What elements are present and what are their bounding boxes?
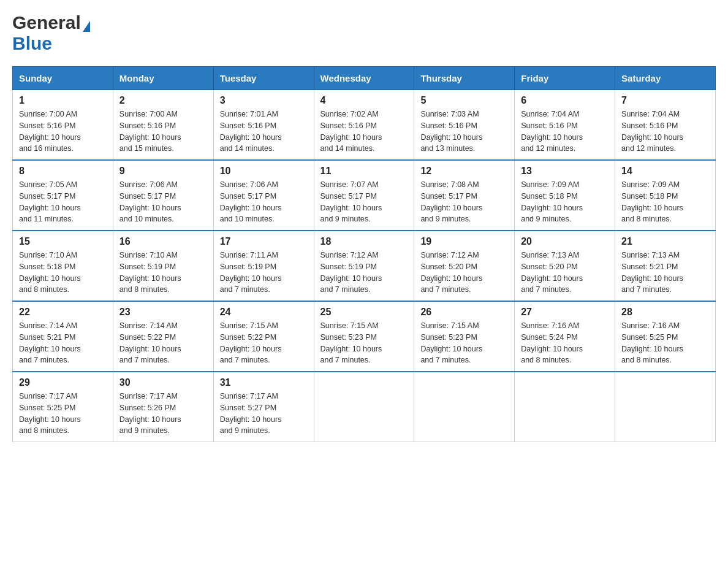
calendar-day-cell: 8 Sunrise: 7:05 AMSunset: 5:17 PMDayligh… [13,160,113,231]
day-number: 30 [119,377,207,388]
day-number: 5 [420,95,508,106]
day-info: Sunrise: 7:09 AMSunset: 5:18 PMDaylight:… [621,180,683,223]
calendar-day-cell: 9 Sunrise: 7:06 AMSunset: 5:17 PMDayligh… [113,160,213,231]
calendar-day-cell: 18 Sunrise: 7:12 AMSunset: 5:19 PMDaylig… [314,231,414,301]
weekday-header-tuesday: Tuesday [213,67,314,90]
day-number: 27 [521,307,609,318]
calendar-week-row: 1 Sunrise: 7:00 AMSunset: 5:16 PMDayligh… [13,90,716,161]
calendar-day-cell: 11 Sunrise: 7:07 AMSunset: 5:17 PMDaylig… [314,160,414,231]
day-number: 13 [521,166,609,177]
weekday-header-sunday: Sunday [13,67,113,90]
weekday-header-monday: Monday [113,67,213,90]
calendar-day-cell [414,372,515,442]
calendar-day-cell: 6 Sunrise: 7:04 AMSunset: 5:16 PMDayligh… [515,90,615,161]
day-info: Sunrise: 7:15 AMSunset: 5:23 PMDaylight:… [420,321,482,364]
calendar-day-cell: 16 Sunrise: 7:10 AMSunset: 5:19 PMDaylig… [113,231,213,301]
calendar-day-cell: 14 Sunrise: 7:09 AMSunset: 5:18 PMDaylig… [615,160,716,231]
day-info: Sunrise: 7:04 AMSunset: 5:16 PMDaylight:… [621,110,683,153]
calendar-day-cell: 24 Sunrise: 7:15 AMSunset: 5:22 PMDaylig… [213,301,314,372]
day-number: 7 [621,95,709,106]
day-info: Sunrise: 7:08 AMSunset: 5:17 PMDaylight:… [420,180,482,223]
day-number: 18 [320,236,408,247]
calendar-day-cell: 30 Sunrise: 7:17 AMSunset: 5:26 PMDaylig… [113,372,213,442]
day-info: Sunrise: 7:12 AMSunset: 5:19 PMDaylight:… [320,251,382,294]
calendar-day-cell: 15 Sunrise: 7:10 AMSunset: 5:18 PMDaylig… [13,231,113,301]
day-info: Sunrise: 7:07 AMSunset: 5:17 PMDaylight:… [320,180,382,223]
calendar-day-cell: 28 Sunrise: 7:16 AMSunset: 5:25 PMDaylig… [615,301,716,372]
calendar-day-cell: 5 Sunrise: 7:03 AMSunset: 5:16 PMDayligh… [414,90,515,161]
day-number: 2 [119,95,207,106]
calendar-week-row: 8 Sunrise: 7:05 AMSunset: 5:17 PMDayligh… [13,160,716,231]
day-info: Sunrise: 7:09 AMSunset: 5:18 PMDaylight:… [521,180,583,223]
day-number: 26 [420,307,508,318]
weekday-header-saturday: Saturday [615,67,716,90]
day-info: Sunrise: 7:00 AMSunset: 5:16 PMDaylight:… [19,110,81,153]
day-info: Sunrise: 7:02 AMSunset: 5:16 PMDaylight:… [320,110,382,153]
day-info: Sunrise: 7:06 AMSunset: 5:17 PMDaylight:… [220,180,282,223]
calendar-day-cell [515,372,615,442]
day-info: Sunrise: 7:06 AMSunset: 5:17 PMDaylight:… [119,180,181,223]
day-number: 10 [220,166,308,177]
weekday-header-wednesday: Wednesday [314,67,414,90]
day-number: 16 [119,236,207,247]
calendar-day-cell: 26 Sunrise: 7:15 AMSunset: 5:23 PMDaylig… [414,301,515,372]
day-number: 22 [19,307,107,318]
calendar-day-cell [314,372,414,442]
day-number: 20 [521,236,609,247]
day-info: Sunrise: 7:13 AMSunset: 5:20 PMDaylight:… [521,251,583,294]
calendar-day-cell: 1 Sunrise: 7:00 AMSunset: 5:16 PMDayligh… [13,90,113,161]
calendar-day-cell: 7 Sunrise: 7:04 AMSunset: 5:16 PMDayligh… [615,90,716,161]
weekday-header-row: SundayMondayTuesdayWednesdayThursdayFrid… [13,67,716,90]
weekday-header-thursday: Thursday [414,67,515,90]
calendar-day-cell: 2 Sunrise: 7:00 AMSunset: 5:16 PMDayligh… [113,90,213,161]
day-number: 25 [320,307,408,318]
day-info: Sunrise: 7:16 AMSunset: 5:25 PMDaylight:… [621,321,683,364]
logo: General Blue [12,12,90,54]
day-info: Sunrise: 7:17 AMSunset: 5:25 PMDaylight:… [19,392,81,435]
calendar-week-row: 15 Sunrise: 7:10 AMSunset: 5:18 PMDaylig… [13,231,716,301]
day-info: Sunrise: 7:10 AMSunset: 5:19 PMDaylight:… [119,251,181,294]
calendar-day-cell: 29 Sunrise: 7:17 AMSunset: 5:25 PMDaylig… [13,372,113,442]
day-number: 12 [420,166,508,177]
calendar-week-row: 22 Sunrise: 7:14 AMSunset: 5:21 PMDaylig… [13,301,716,372]
calendar-day-cell: 20 Sunrise: 7:13 AMSunset: 5:20 PMDaylig… [515,231,615,301]
day-number: 31 [220,377,308,388]
day-number: 6 [521,95,609,106]
day-number: 23 [119,307,207,318]
day-number: 1 [19,95,107,106]
logo-blue-text: Blue [12,33,52,54]
calendar-day-cell: 27 Sunrise: 7:16 AMSunset: 5:24 PMDaylig… [515,301,615,372]
day-info: Sunrise: 7:04 AMSunset: 5:16 PMDaylight:… [521,110,583,153]
day-info: Sunrise: 7:15 AMSunset: 5:22 PMDaylight:… [220,321,282,364]
day-info: Sunrise: 7:12 AMSunset: 5:20 PMDaylight:… [420,251,482,294]
day-info: Sunrise: 7:14 AMSunset: 5:22 PMDaylight:… [119,321,181,364]
calendar-day-cell: 19 Sunrise: 7:12 AMSunset: 5:20 PMDaylig… [414,231,515,301]
day-info: Sunrise: 7:11 AMSunset: 5:19 PMDaylight:… [220,251,282,294]
calendar-day-cell: 17 Sunrise: 7:11 AMSunset: 5:19 PMDaylig… [213,231,314,301]
day-info: Sunrise: 7:13 AMSunset: 5:21 PMDaylight:… [621,251,683,294]
calendar-day-cell: 4 Sunrise: 7:02 AMSunset: 5:16 PMDayligh… [314,90,414,161]
day-number: 11 [320,166,408,177]
day-number: 17 [220,236,308,247]
day-number: 24 [220,307,308,318]
calendar-day-cell: 21 Sunrise: 7:13 AMSunset: 5:21 PMDaylig… [615,231,716,301]
day-number: 8 [19,166,107,177]
calendar-table: SundayMondayTuesdayWednesdayThursdayFrid… [12,66,716,442]
day-number: 29 [19,377,107,388]
calendar-day-cell: 12 Sunrise: 7:08 AMSunset: 5:17 PMDaylig… [414,160,515,231]
day-number: 28 [621,307,709,318]
day-number: 9 [119,166,207,177]
day-number: 14 [621,166,709,177]
day-info: Sunrise: 7:17 AMSunset: 5:27 PMDaylight:… [220,392,282,435]
day-info: Sunrise: 7:00 AMSunset: 5:16 PMDaylight:… [119,110,181,153]
calendar-day-cell: 22 Sunrise: 7:14 AMSunset: 5:21 PMDaylig… [13,301,113,372]
weekday-header-friday: Friday [515,67,615,90]
day-info: Sunrise: 7:14 AMSunset: 5:21 PMDaylight:… [19,321,81,364]
day-info: Sunrise: 7:03 AMSunset: 5:16 PMDaylight:… [420,110,482,153]
calendar-week-row: 29 Sunrise: 7:17 AMSunset: 5:25 PMDaylig… [13,372,716,442]
day-info: Sunrise: 7:16 AMSunset: 5:24 PMDaylight:… [521,321,583,364]
calendar-day-cell: 31 Sunrise: 7:17 AMSunset: 5:27 PMDaylig… [213,372,314,442]
calendar-day-cell: 10 Sunrise: 7:06 AMSunset: 5:17 PMDaylig… [213,160,314,231]
day-info: Sunrise: 7:01 AMSunset: 5:16 PMDaylight:… [220,110,282,153]
calendar-day-cell: 3 Sunrise: 7:01 AMSunset: 5:16 PMDayligh… [213,90,314,161]
